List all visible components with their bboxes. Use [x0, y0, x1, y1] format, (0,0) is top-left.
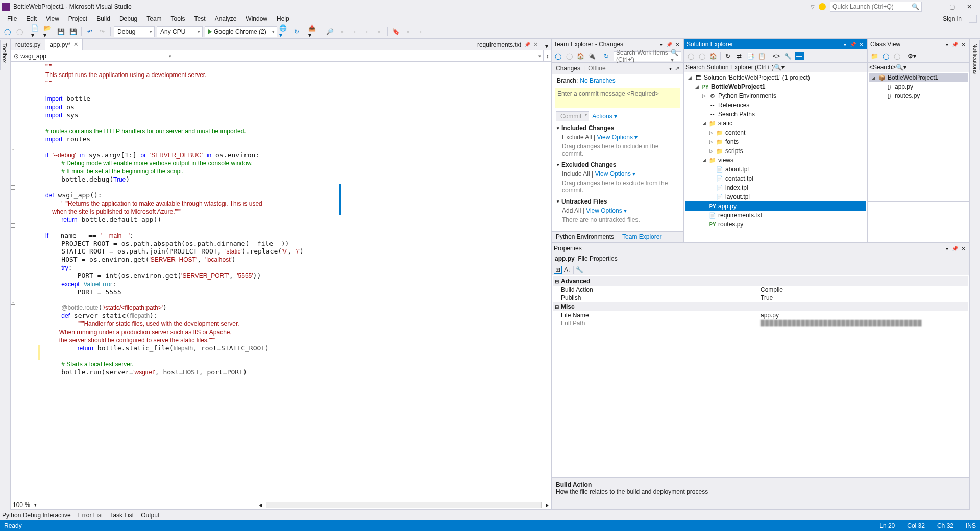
home-icon[interactable]: 🏠 [709, 52, 717, 60]
panel-menu-icon[interactable]: ▾ [943, 40, 951, 48]
solution-tree[interactable]: ◢🗔Solution 'BottleWebProject1' (1 projec… [684, 72, 867, 242]
prop-value[interactable]: True [761, 294, 968, 301]
excluded-section[interactable]: Excluded Changes [553, 159, 682, 170]
cv-routes[interactable]: routes.py [895, 92, 920, 99]
commit-message-input[interactable]: Enter a commit message <Required> [555, 88, 680, 108]
view-options-link[interactable]: View Options ▾ [586, 207, 627, 214]
close-tab-icon[interactable]: ✕ [533, 41, 538, 48]
tree-reqs[interactable]: requirements.txt [718, 212, 762, 219]
step-button2[interactable]: ▫ [415, 27, 426, 37]
zoom-dropdown-icon[interactable]: ▾ [34, 502, 37, 508]
tree-solution[interactable]: Solution 'BottleWebProject1' (1 project) [704, 74, 810, 81]
split-toggle-icon[interactable]: ↕ [544, 50, 551, 61]
untracked-section[interactable]: Untracked Files [553, 196, 682, 207]
prop-cat-misc[interactable]: Misc [553, 302, 968, 311]
dropdown-icon[interactable]: ▾ [669, 66, 672, 71]
close-icon[interactable]: ✕ [959, 40, 967, 48]
panel-menu-icon[interactable]: ▾ [943, 244, 951, 252]
sync-icon[interactable]: ⇄ [735, 52, 743, 60]
tab-error-list[interactable]: Error List [78, 512, 103, 519]
cv-proj[interactable]: BottleWebProject1 [888, 74, 938, 81]
refresh-icon[interactable]: ↻ [602, 52, 610, 60]
tab-task-list[interactable]: Task List [110, 512, 134, 519]
forward-icon[interactable]: ◯ [698, 52, 706, 60]
hscroll-left-icon[interactable]: ◂ [259, 501, 262, 509]
refresh-icon[interactable]: ↻ [724, 52, 732, 60]
refresh-button[interactable]: ↻ [291, 27, 302, 37]
config-combo[interactable]: Debug [114, 26, 155, 37]
solution-search-input[interactable]: Search Solution Explorer (Ctrl+;)🔍▾ [685, 64, 866, 71]
new-folder-icon[interactable]: 📁 [870, 52, 878, 60]
start-debug-button[interactable]: Google Chrome (2) [205, 26, 277, 37]
pin-icon[interactable]: 📌 [849, 40, 857, 48]
tree-layout[interactable]: layout.tpl [725, 193, 750, 200]
menu-project[interactable]: Project [64, 14, 91, 23]
code-body[interactable]: """ This script runs the application usi… [11, 62, 551, 377]
tree-fonts[interactable]: fonts [725, 138, 739, 145]
redo-button[interactable]: ↷ [97, 27, 107, 37]
tree-refs[interactable]: References [718, 102, 749, 109]
account-icon[interactable] [969, 15, 977, 23]
maximize-button[interactable]: ▢ [943, 1, 961, 13]
connect-icon[interactable]: 🔌 [587, 52, 596, 60]
menu-analyze[interactable]: Analyze [211, 14, 241, 23]
alpha-icon[interactable]: A↓ [564, 266, 571, 273]
preview-icon[interactable]: — [795, 52, 804, 60]
tree-contact[interactable]: contact.tpl [725, 175, 753, 182]
tab-routes[interactable]: routes.py [11, 39, 45, 50]
tab-dropdown-icon[interactable]: ▾ [543, 43, 551, 50]
menu-team[interactable]: Team [142, 14, 165, 23]
menu-debug[interactable]: Debug [115, 14, 141, 23]
tab-team-explorer[interactable]: Team Explorer [618, 232, 666, 242]
tree-content[interactable]: content [725, 129, 745, 136]
hscroll-right-icon[interactable]: ▸ [546, 501, 549, 509]
new-project-button[interactable]: 📄▾ [31, 27, 41, 37]
tab-python-env[interactable]: Python Environments [552, 232, 618, 242]
browser-button[interactable]: 🌐▾ [279, 27, 289, 37]
undo-button[interactable]: ↶ [85, 27, 95, 37]
code-editor[interactable]: - - - - """ This script runs the applica… [11, 62, 551, 500]
close-icon[interactable]: ✕ [857, 40, 865, 48]
tab-output[interactable]: Output [141, 512, 159, 519]
bookmark-button[interactable]: 🔖 [391, 27, 401, 37]
zoom-combo[interactable]: 100 % [13, 501, 30, 509]
classview-search-input[interactable]: <Search>🔍▾ [869, 64, 968, 71]
panel-menu-icon[interactable]: ▾ [841, 40, 849, 48]
menu-help[interactable]: Help [273, 14, 293, 23]
sign-in-link[interactable]: Sign in [939, 14, 966, 23]
back-icon[interactable]: ◯ [554, 52, 562, 60]
notifications-sidetab[interactable]: Notifications [971, 40, 980, 70]
view-options-link[interactable]: View Options ▾ [597, 134, 638, 141]
hscrollbar[interactable] [266, 502, 542, 508]
prop-pages-icon[interactable]: 🔧 [576, 266, 583, 273]
menu-tools[interactable]: Tools [167, 14, 189, 23]
close-icon[interactable]: ✕ [673, 40, 681, 48]
quick-launch-input[interactable]: Quick Launch (Ctrl+Q)🔍 [830, 2, 922, 12]
prop-cat-advanced[interactable]: Advanced [553, 276, 968, 286]
notification-badge-icon[interactable] [819, 3, 826, 10]
tree-about[interactable]: about.tpl [725, 166, 749, 173]
cv-app[interactable]: app.py [895, 83, 913, 90]
forward-icon[interactable]: ◯ [565, 52, 573, 60]
tab-app[interactable]: app.py*✕ [45, 39, 83, 50]
nav-member-combo[interactable] [174, 50, 544, 61]
menu-window[interactable]: Window [241, 14, 272, 23]
tree-routes[interactable]: routes.py [718, 221, 743, 228]
comment-button[interactable]: ▫ [337, 27, 348, 37]
save-button[interactable]: 💾 [56, 27, 66, 37]
home-icon[interactable]: 🏠 [576, 52, 584, 60]
nav-back-button[interactable]: ◯ [2, 27, 12, 37]
properties-icon[interactable]: 🔧 [783, 52, 792, 60]
toolbox-sidetab[interactable]: Toolbox [0, 40, 9, 70]
commit-button[interactable]: Commit [556, 111, 589, 121]
uncomment-button[interactable]: ▫ [350, 27, 360, 37]
popout-icon[interactable]: ↗ [675, 65, 679, 72]
work-item-search-input[interactable]: Search Work Items (Ctrl+')🔍▾ [614, 51, 681, 61]
tab-requirements[interactable]: requirements.txt📌✕ [473, 39, 543, 50]
indent-button[interactable]: ▫ [362, 27, 372, 37]
tree-views[interactable]: views [718, 157, 733, 164]
collapse-icon[interactable]: 📑 [746, 52, 754, 60]
minimize-button[interactable]: — [926, 1, 943, 13]
tree-scripts[interactable]: scripts [725, 147, 743, 155]
categorized-icon[interactable]: ⊞ [554, 266, 562, 274]
